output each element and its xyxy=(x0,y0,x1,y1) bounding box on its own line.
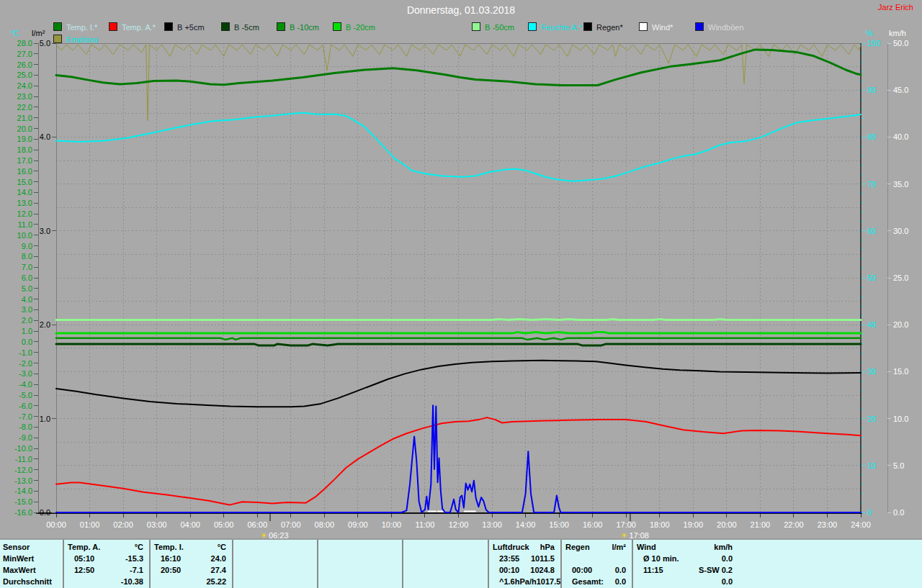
temp-axis-label: -14.0 xyxy=(14,487,32,495)
table-row xyxy=(233,576,317,587)
pct-axis-label: 10 xyxy=(867,461,876,470)
wind-axis-label: 40.0 xyxy=(893,132,908,141)
wind-axis-label: 25.0 xyxy=(893,273,908,282)
rain-axis-label: 4.0 xyxy=(40,132,50,141)
pct-axis-label: 40 xyxy=(867,320,876,329)
cell-value: 24.0 xyxy=(211,553,226,564)
time-axis-label: 17:00 xyxy=(616,520,636,529)
temp-axis-label: 4.0 xyxy=(22,295,32,304)
table-row: 25.22 xyxy=(151,576,232,587)
time-axis-label: 24:00 xyxy=(851,520,871,529)
temp-axis-label: -11.0 xyxy=(15,455,32,463)
temp-axis-label: 0.0 xyxy=(22,338,32,346)
table-row xyxy=(403,541,488,553)
cell-time: Gesamt: xyxy=(572,576,604,587)
time-axis-label: 18:00 xyxy=(650,520,670,529)
temp-axis-label: -13.0 xyxy=(14,476,32,485)
wind-axis-label: 45.0 xyxy=(893,86,908,94)
table-column-temp-a: Temp. A.°C05:10-15.312:50-7.1-10.38 xyxy=(63,540,149,588)
table-row xyxy=(233,564,317,576)
table-row xyxy=(403,576,488,587)
table-column-empty-2 xyxy=(317,540,402,588)
table-row xyxy=(318,541,402,553)
cell-value: 0.0 xyxy=(615,576,626,587)
time-axis-label: 15:00 xyxy=(549,520,569,529)
table-row: Windkm/h xyxy=(633,541,738,553)
time-axis-label: 23:00 xyxy=(818,520,838,529)
table-row: 16:1024.0 xyxy=(151,553,232,564)
pct-axis-label: 70 xyxy=(867,180,876,189)
table-row xyxy=(562,553,632,564)
cell-time: 00:00 xyxy=(572,564,592,576)
pct-axis-label: 90 xyxy=(867,86,876,94)
cell-value: 1011.5 xyxy=(531,553,555,564)
pct-axis-label: 20 xyxy=(867,415,876,423)
temp-axis-label: 27.0 xyxy=(17,50,32,58)
temp-axis-label: 26.0 xyxy=(17,60,32,69)
cell-time: 11:15 xyxy=(643,564,663,576)
temp-axis-label: 12.0 xyxy=(17,209,32,218)
cell-time: 16:10 xyxy=(161,553,181,564)
temp-axis-label: 21.0 xyxy=(17,114,32,122)
table-row xyxy=(403,553,488,564)
temp-axis-label: -8.0 xyxy=(19,422,32,431)
table-row: Temp. I.°C xyxy=(151,541,232,553)
table-row: 23:551011.5 xyxy=(489,553,560,564)
time-axis-label: 09:00 xyxy=(348,520,368,529)
sunset-icon: ☀ xyxy=(620,531,627,538)
table-row xyxy=(318,553,402,564)
weather-app-window: Donnerstag, 01.03.2018 Jarz Erich °C l/m… xyxy=(0,0,922,588)
time-axis-label: 11:00 xyxy=(416,520,435,529)
table-column-wind: Windkm/hØ 10 min.0.011:15S-SW 0.20.0 xyxy=(632,540,738,588)
wind-axis-label: 20.0 xyxy=(893,320,908,329)
sunrise-icon: ☀ xyxy=(260,531,267,538)
cell-value: 1017.5 xyxy=(537,576,560,587)
cell-value: 0.0 xyxy=(615,564,626,576)
table-row: 11:15S-SW 0.2 xyxy=(633,564,738,576)
series-b-minus5-line xyxy=(56,344,861,345)
time-axis-label: 14:00 xyxy=(516,520,536,529)
pct-axis-label: 50 xyxy=(867,273,876,282)
pct-axis-label: 80 xyxy=(867,132,876,141)
cell-time: 20:50 xyxy=(161,564,181,576)
temp-axis-label: 22.0 xyxy=(17,103,32,112)
wind-axis-label: 5.0 xyxy=(893,461,904,470)
table-row: 12:50-7.1 xyxy=(64,564,149,576)
temp-axis-label: 13.0 xyxy=(17,199,32,207)
temp-axis-label: 23.0 xyxy=(17,92,32,101)
temp-axis-label: -5.0 xyxy=(19,391,32,399)
column-unit: °C xyxy=(135,541,143,553)
column-header: Temp. A. xyxy=(68,541,100,553)
time-axis-label: 13:00 xyxy=(482,520,502,529)
wind-axis-label: 0.0 xyxy=(893,508,904,517)
table-column-temp-i: Temp. I.°C16:1024.020:5027.425.22 xyxy=(149,540,232,588)
rain-axis-label: 5.0 xyxy=(40,39,50,48)
table-column-empty-1 xyxy=(232,540,317,588)
column-header: Luftdruck xyxy=(493,541,529,553)
temp-axis-label: 3.0 xyxy=(22,305,32,314)
temp-axis-label: 15.0 xyxy=(17,178,32,186)
table-row: Temp. A.°C xyxy=(64,541,149,553)
temp-axis-label: -10.0 xyxy=(14,444,32,453)
temp-axis-label: -1.0 xyxy=(19,348,32,357)
pct-axis-label: 100 xyxy=(867,39,880,48)
column-header: Regen xyxy=(565,541,590,553)
temp-axis-label: -3.0 xyxy=(19,369,32,378)
temp-axis-label: 1.0 xyxy=(22,327,32,335)
wind-axis-label: 30.0 xyxy=(893,227,908,235)
column-unit: °C xyxy=(218,541,226,553)
temp-axis-label: 6.0 xyxy=(22,273,32,282)
table-row xyxy=(318,576,402,587)
row-label: Sensor xyxy=(0,541,63,553)
temp-axis-label: -6.0 xyxy=(19,402,32,410)
temp-axis-label: 2.0 xyxy=(22,316,32,325)
table-row xyxy=(318,564,402,576)
temp-axis-label: -16.0 xyxy=(14,508,32,517)
row-label: MaxWert xyxy=(0,564,63,576)
sunrise-time-label: 06:23 xyxy=(269,531,289,538)
temp-axis-label: 11.0 xyxy=(17,220,32,229)
temp-axis-label: 18.0 xyxy=(17,145,32,154)
wind-axis-label: 50.0 xyxy=(893,39,908,48)
rain-axis-label: 3.0 xyxy=(40,227,50,235)
temp-axis-label: 14.0 xyxy=(17,188,32,196)
